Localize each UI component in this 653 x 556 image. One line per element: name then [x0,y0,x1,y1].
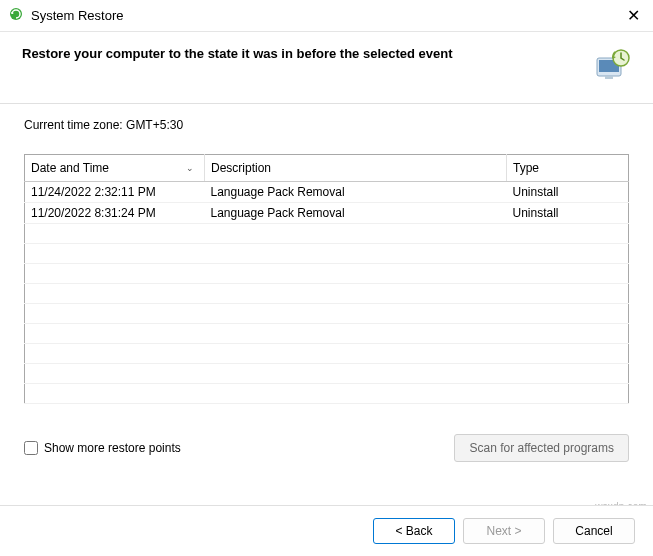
timezone-label: Current time zone: GMT+5:30 [24,118,629,132]
table-row [25,224,629,244]
close-icon[interactable]: ✕ [623,6,643,25]
column-header-type[interactable]: Type [507,155,629,182]
table-row[interactable]: 11/20/2022 8:31:24 PM Language Pack Remo… [25,203,629,224]
column-header-date-label: Date and Time [31,161,109,175]
column-header-description-label: Description [211,161,271,175]
column-header-description[interactable]: Description [205,155,507,182]
sort-descending-icon: ⌄ [186,163,194,173]
show-more-restore-points[interactable]: Show more restore points [24,441,446,455]
header-section: Restore your computer to the state it wa… [0,32,653,104]
table-row [25,264,629,284]
show-more-label: Show more restore points [44,441,181,455]
cell-date: 11/24/2022 2:32:11 PM [25,182,205,203]
restore-points-table[interactable]: Date and Time ⌄ Description Type 11/24/2… [24,154,629,404]
cell-type: Uninstall [507,203,629,224]
table-row [25,304,629,324]
titlebar: System Restore ✕ [0,0,653,32]
restore-hero-icon [593,46,633,85]
table-row [25,324,629,344]
cell-description: Language Pack Removal [205,182,507,203]
window-title: System Restore [31,8,623,23]
cell-date: 11/20/2022 8:31:24 PM [25,203,205,224]
table-row [25,384,629,404]
column-header-type-label: Type [513,161,539,175]
svg-rect-3 [605,76,613,79]
below-grid-row: Show more restore points Scan for affect… [24,434,629,462]
table-row [25,244,629,264]
cell-description: Language Pack Removal [205,203,507,224]
show-more-checkbox[interactable] [24,441,38,455]
back-button[interactable]: < Back [373,518,455,544]
system-restore-icon [8,6,24,25]
cancel-button[interactable]: Cancel [553,518,635,544]
table-row [25,284,629,304]
scan-affected-button[interactable]: Scan for affected programs [454,434,629,462]
column-header-date[interactable]: Date and Time ⌄ [25,155,205,182]
table-row [25,344,629,364]
table-row [25,364,629,384]
table-row[interactable]: 11/24/2022 2:32:11 PM Language Pack Remo… [25,182,629,203]
cell-type: Uninstall [507,182,629,203]
header-text: Restore your computer to the state it wa… [22,46,583,61]
next-button[interactable]: Next > [463,518,545,544]
content-area: Current time zone: GMT+5:30 Date and Tim… [0,104,653,472]
footer-buttons: < Back Next > Cancel [0,505,653,556]
